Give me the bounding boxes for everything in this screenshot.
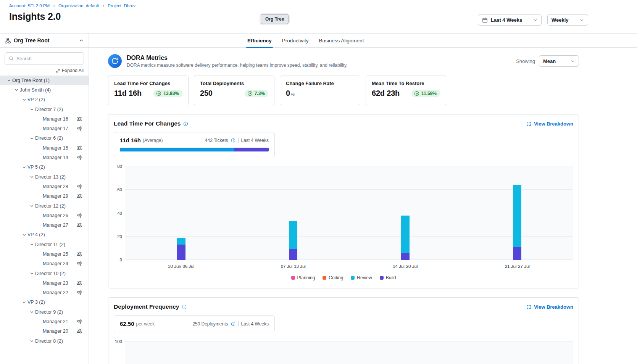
tree-item[interactable]: Director 9 (2) bbox=[0, 307, 89, 317]
search-input[interactable] bbox=[16, 56, 80, 61]
filters-icon[interactable] bbox=[77, 319, 82, 324]
chevron-down-icon[interactable] bbox=[28, 310, 35, 314]
filters-icon[interactable] bbox=[77, 261, 82, 266]
tree-item-label: Director 6 (2) bbox=[35, 135, 63, 141]
view-breakdown-button[interactable]: View Breakdown bbox=[526, 121, 573, 127]
filters-icon[interactable] bbox=[77, 184, 82, 189]
tree-item[interactable]: Manager 14 bbox=[0, 153, 89, 162]
filters-icon[interactable] bbox=[77, 290, 82, 295]
breadcrumb-project[interactable]: Project: Dhruv bbox=[108, 3, 135, 8]
expand-all-icon bbox=[56, 69, 60, 73]
y-tick-label: 80 bbox=[117, 164, 122, 169]
filters-icon[interactable] bbox=[77, 116, 82, 122]
expand-all-button[interactable]: Expand All bbox=[56, 68, 84, 73]
dora-controls: Showing Mean bbox=[516, 55, 579, 67]
chevron-down-icon[interactable] bbox=[28, 204, 35, 208]
tree-item[interactable]: Manager 16 bbox=[0, 114, 89, 124]
tree-item[interactable]: Manager 17 bbox=[0, 124, 89, 133]
x-axis-labels: 30 Jun-06 Jul 07 Jul-13 Jul 14 Jul-20 Ju… bbox=[125, 264, 573, 269]
tree-item[interactable]: Director 10 (2) bbox=[0, 269, 89, 278]
info-icon[interactable] bbox=[183, 121, 188, 126]
deployment-plot bbox=[125, 341, 573, 364]
tree-item[interactable]: Manager 25 bbox=[0, 249, 89, 259]
search-icon bbox=[9, 56, 14, 61]
info-icon[interactable] bbox=[231, 322, 235, 326]
chevron-down-icon[interactable] bbox=[28, 136, 35, 140]
info-icon[interactable] bbox=[182, 304, 187, 309]
tree-item[interactable]: Director 6 (2) bbox=[0, 134, 89, 143]
date-range-select[interactable]: Last 4 Weeks bbox=[478, 14, 542, 26]
org-tree-button[interactable]: Org Tree bbox=[261, 14, 289, 24]
legend-item-coding[interactable]: Coding bbox=[323, 275, 343, 280]
tree-item-label: VP 3 (2) bbox=[27, 300, 45, 305]
chevron-up-icon[interactable] bbox=[79, 38, 84, 43]
tab-business-alignment[interactable]: Business Alignment bbox=[318, 34, 365, 47]
breadcrumb-organization[interactable]: Organization: default bbox=[58, 3, 99, 8]
chevron-down-icon[interactable] bbox=[28, 175, 35, 179]
tree-item[interactable]: VP 4 (2) bbox=[0, 230, 89, 240]
chart-legend: Planning Coding Review Build bbox=[114, 275, 573, 280]
chevron-down-icon[interactable] bbox=[28, 107, 35, 111]
tree-item[interactable]: Manager 27 bbox=[0, 220, 89, 230]
chevron-down-icon[interactable] bbox=[28, 339, 35, 343]
tree-item-label: Manager 29 bbox=[43, 193, 68, 199]
filters-icon[interactable] bbox=[77, 251, 82, 257]
lead-time-y-axis: 020406080 bbox=[114, 166, 125, 260]
tree-item-label: Manager 21 bbox=[43, 319, 68, 324]
tree-item[interactable]: Manager 29 bbox=[0, 192, 89, 201]
showing-select[interactable]: Mean bbox=[539, 55, 579, 67]
tree-item[interactable]: Director 11 (2) bbox=[0, 240, 89, 249]
bar-segment-review bbox=[289, 221, 297, 250]
tree-item[interactable]: VP 3 (2) bbox=[0, 298, 89, 307]
tree-item[interactable]: Manager 22 bbox=[0, 288, 89, 298]
filters-icon[interactable] bbox=[77, 329, 82, 334]
legend-item-build[interactable]: Build bbox=[380, 275, 396, 280]
tab-productivity[interactable]: Productivity bbox=[281, 34, 310, 47]
granularity-select[interactable]: Weekly bbox=[547, 14, 588, 26]
tab-efficiency[interactable]: Efficiency bbox=[246, 34, 273, 47]
tree-item[interactable]: Director 8 (2) bbox=[0, 336, 89, 346]
main-content: Efficiency Productivity Business Alignme… bbox=[89, 34, 637, 364]
showing-label: Showing bbox=[516, 58, 535, 64]
metric-value: 250 bbox=[200, 89, 213, 98]
tree-item[interactable]: Manager 26 bbox=[0, 211, 89, 220]
tree-item[interactable]: Director 13 (2) bbox=[0, 172, 89, 182]
divider bbox=[238, 321, 239, 326]
tree-item[interactable]: Manager 23 bbox=[0, 278, 89, 288]
tree-item[interactable]: Director 7 (2) bbox=[0, 105, 89, 114]
chevron-down-icon[interactable] bbox=[28, 271, 35, 275]
lead-time-chart: 020406080 bbox=[114, 166, 573, 260]
chevron-down-icon[interactable] bbox=[21, 300, 27, 304]
legend-item-review[interactable]: Review bbox=[351, 275, 372, 280]
tree-item[interactable]: VP 2 (2) bbox=[0, 95, 89, 105]
info-icon[interactable] bbox=[231, 138, 235, 143]
x-tick-label: 21 Jul-27 Jul bbox=[461, 264, 574, 269]
chevron-down-icon[interactable] bbox=[21, 98, 27, 102]
filters-icon[interactable] bbox=[77, 222, 82, 228]
chevron-down-icon[interactable] bbox=[5, 78, 12, 82]
tree-item[interactable]: Manager 28 bbox=[0, 182, 89, 191]
tree-item[interactable]: Manager 21 bbox=[0, 317, 89, 326]
view-breakdown-button[interactable]: View Breakdown bbox=[526, 304, 573, 310]
breadcrumb-account[interactable]: Account: SEI 2.0 PM bbox=[9, 3, 50, 8]
tree-item[interactable]: Org Tree Root (1) bbox=[0, 76, 89, 85]
filters-icon[interactable] bbox=[77, 155, 82, 160]
legend-item-planning[interactable]: Planning bbox=[291, 275, 315, 280]
filters-icon[interactable] bbox=[77, 145, 82, 151]
filters-icon[interactable] bbox=[77, 126, 82, 131]
tree-item[interactable]: John Smith (4) bbox=[0, 85, 89, 95]
tree-item[interactable]: Manager 15 bbox=[0, 143, 89, 153]
app-body: Org Tree Root Expand All Org Tree Root (… bbox=[0, 33, 637, 364]
x-tick-label: 07 Jul-13 Jul bbox=[237, 264, 350, 269]
tree-item[interactable]: Manager 20 bbox=[0, 327, 89, 336]
chevron-down-icon[interactable] bbox=[28, 242, 35, 246]
tree-item[interactable]: Manager 24 bbox=[0, 259, 89, 269]
filters-icon[interactable] bbox=[77, 193, 82, 199]
filters-icon[interactable] bbox=[77, 213, 82, 218]
chevron-down-icon[interactable] bbox=[21, 233, 27, 237]
filters-icon[interactable] bbox=[77, 280, 82, 286]
chevron-down-icon[interactable] bbox=[21, 165, 27, 169]
tree-item[interactable]: VP 5 (2) bbox=[0, 163, 89, 172]
chevron-down-icon[interactable] bbox=[13, 88, 20, 92]
tree-item[interactable]: Director 12 (2) bbox=[0, 201, 89, 211]
